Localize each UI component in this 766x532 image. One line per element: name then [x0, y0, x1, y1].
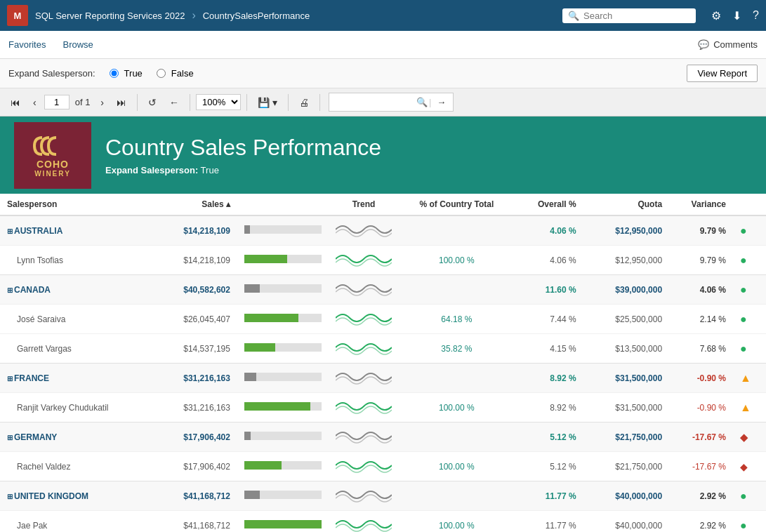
sp-quota: $12,950,000 — [583, 246, 669, 275]
report-title: Country Sales Performance — [105, 135, 381, 161]
country-status: ● — [733, 481, 766, 511]
page-number-input[interactable] — [44, 95, 70, 109]
toolbar-sep4 — [288, 94, 289, 111]
sp-quota: $13,500,000 — [583, 334, 669, 364]
sp-trend — [329, 305, 399, 334]
report-area: COHO WINERY Country Sales Performance Ex… — [0, 117, 766, 532]
top-search-input[interactable] — [583, 11, 690, 21]
report-search-box[interactable]: 🔍 | → — [329, 93, 454, 112]
country-name: ⊞FRANCE — [0, 364, 152, 393]
col-variance: Variance — [669, 194, 733, 215]
country-variance: -0.90 % — [669, 364, 733, 393]
prev-page-button[interactable]: ‹ — [28, 94, 41, 111]
country-trend — [329, 481, 399, 511]
col-quota: Quota — [583, 194, 669, 215]
browse-link[interactable]: Browse — [62, 39, 93, 50]
status-icon: ● — [740, 284, 747, 295]
settings-icon[interactable]: ⚙ — [711, 9, 721, 22]
sp-sales: $41,168,712 — [152, 511, 237, 533]
col-sales[interactable]: Sales ▴ — [152, 194, 237, 215]
refresh-button[interactable]: ↺ — [143, 94, 161, 111]
sp-status: ● — [733, 246, 766, 275]
country-variance: 4.06 % — [669, 275, 733, 305]
country-quota: $12,950,000 — [583, 215, 669, 246]
back-button[interactable]: ← — [164, 94, 184, 111]
country-trend — [329, 423, 399, 452]
col-overall: Overall % — [515, 194, 583, 215]
breadcrumb-sep: › — [192, 9, 195, 22]
print-button[interactable]: 🖨 — [294, 94, 314, 111]
favorites-link[interactable]: Favorites — [8, 39, 46, 50]
report-header: COHO WINERY Country Sales Performance Ex… — [0, 117, 766, 194]
true-radio[interactable] — [110, 69, 119, 78]
sp-trend — [329, 246, 399, 275]
country-pct-country — [399, 275, 515, 305]
country-name: ⊞CANADA — [0, 275, 152, 305]
top-bar: M SQL Server Reporting Services 2022 › C… — [0, 0, 766, 31]
true-label: True — [124, 68, 143, 79]
country-name: ⊞AUSTRALIA — [0, 215, 152, 246]
sp-status: ◆ — [733, 452, 766, 481]
comments-button[interactable]: 💬 Comments — [698, 39, 758, 50]
sp-variance: 7.68 % — [669, 334, 733, 364]
table-row: Rachel Valdez $17,906,402 100.00 % 5.12 … — [0, 452, 766, 481]
comments-icon: 💬 — [698, 39, 709, 50]
search-next-button[interactable]: → — [432, 95, 450, 109]
comments-label: Comments — [713, 39, 758, 50]
svg-text:M: M — [14, 11, 22, 21]
sp-bar — [237, 393, 329, 423]
first-page-button[interactable]: ⏮ — [6, 94, 25, 111]
table-header-row: Salesperson Sales ▴ Trend % of Country T… — [0, 194, 766, 215]
country-status: ▲ — [733, 364, 766, 393]
sp-sales: $26,045,407 — [152, 305, 237, 334]
toolbar-sep3 — [246, 94, 247, 111]
country-bar — [237, 481, 329, 511]
report-search-input[interactable] — [332, 95, 416, 109]
sp-sales: $14,537,195 — [152, 334, 237, 364]
last-page-button[interactable]: ⏭ — [112, 94, 131, 111]
country-variance: -17.67 % — [669, 423, 733, 452]
sp-quota: $21,750,000 — [583, 452, 669, 481]
country-name: ⊞UNITED KINGDOM — [0, 481, 152, 511]
zoom-select[interactable]: 25% 50% 75% 100% 125% 150% 200% — [196, 94, 241, 110]
country-pct-country — [399, 215, 515, 246]
col-bar — [237, 194, 329, 215]
country-overall: 4.06 % — [515, 215, 583, 246]
top-search-box[interactable]: 🔍 — [562, 8, 696, 23]
status-icon: ▲ — [740, 401, 751, 413]
report-search-icon[interactable]: 🔍 — [416, 97, 428, 107]
sp-pct-country: 100.00 % — [399, 511, 515, 533]
country-quota: $39,000,000 — [583, 275, 669, 305]
sp-name: Jae Pak — [0, 511, 152, 533]
expand-salesperson-label: Expand Salesperson: — [8, 68, 95, 79]
sp-name: Garrett Vargas — [0, 334, 152, 364]
sp-overall: 7.44 % — [515, 305, 583, 334]
table-row: José Saraiva $26,045,407 64.18 % 7.44 % … — [0, 305, 766, 334]
next-page-button[interactable]: › — [95, 94, 109, 111]
status-icon: ● — [740, 343, 747, 354]
search-icon: 🔍 — [568, 11, 579, 21]
download-icon[interactable]: ⬇ — [732, 9, 741, 22]
country-status: ● — [733, 275, 766, 305]
country-trend — [329, 364, 399, 393]
false-label: False — [171, 68, 194, 79]
status-icon: ◆ — [740, 432, 748, 443]
sp-sales: $31,216,163 — [152, 393, 237, 423]
view-report-button[interactable]: View Report — [687, 65, 758, 82]
country-overall: 11.60 % — [515, 275, 583, 305]
sp-name: Ranjit Varkey Chudukatil — [0, 393, 152, 423]
country-quota: $40,000,000 — [583, 481, 669, 511]
table-row: Ranjit Varkey Chudukatil $31,216,163 100… — [0, 393, 766, 423]
help-icon[interactable]: ? — [753, 9, 759, 22]
save-button[interactable]: 💾 ▾ — [253, 94, 282, 111]
table-row: Jae Pak $41,168,712 100.00 % 11.77 % $40… — [0, 511, 766, 533]
sp-overall: 11.77 % — [515, 511, 583, 533]
false-radio[interactable] — [157, 69, 166, 78]
country-sales: $41,168,712 — [152, 481, 237, 511]
app-logo: M — [7, 5, 28, 26]
sp-pct-country: 64.18 % — [399, 305, 515, 334]
col-salesperson: Salesperson — [0, 194, 152, 215]
sp-overall: 4.06 % — [515, 246, 583, 275]
logo-name1: COHO — [37, 159, 69, 170]
country-overall: 11.77 % — [515, 481, 583, 511]
